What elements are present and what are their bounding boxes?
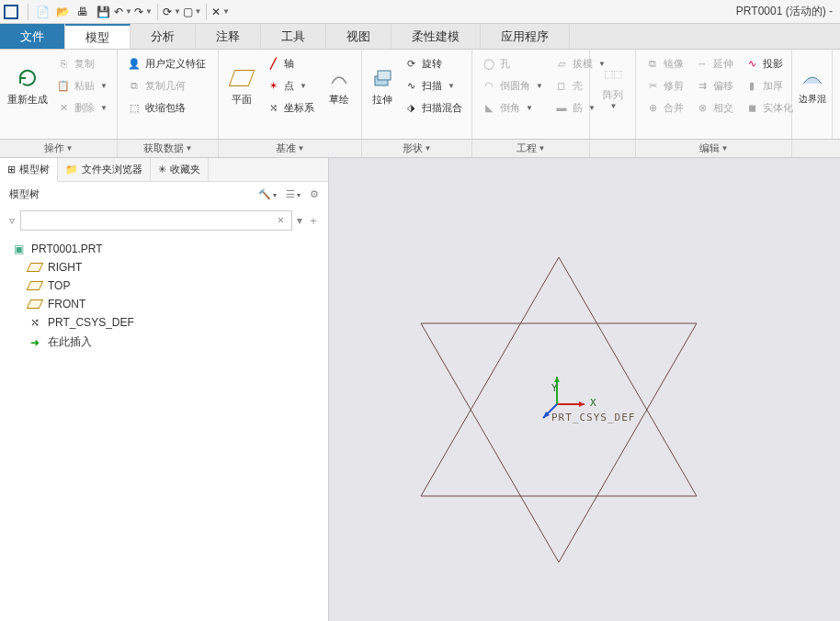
- udf-button[interactable]: 👤用户定义特征: [123, 53, 210, 73]
- group-labels: 操作▼ 获取数据▼ 基准▼ 形状▼ 工程▼ 编辑▼: [0, 140, 840, 158]
- close-icon[interactable]: ✕▼: [211, 3, 230, 21]
- plane-icon: [229, 65, 255, 91]
- x-axis-label: X: [590, 397, 597, 409]
- tree-top[interactable]: TOP: [9, 277, 319, 295]
- main-area: ⊞模型树 📁文件夹浏览器 ✳收藏夹 模型树 🔨▾ ☰▾ ⚙ ▿ × ▾ ＋ ▣P…: [0, 158, 840, 621]
- tab-apps[interactable]: 应用程序: [481, 24, 570, 49]
- tree-right[interactable]: RIGHT: [9, 258, 319, 277]
- tool-settings-icon[interactable]: ⚙: [310, 188, 319, 200]
- print-icon[interactable]: 🖶: [74, 3, 92, 21]
- trim-button[interactable]: ✂修剪: [641, 75, 687, 96]
- gf-getdata[interactable]: 获取数据▼: [118, 140, 219, 157]
- trim-icon: ✂: [645, 78, 660, 93]
- copygeo-icon: ⧉: [127, 78, 142, 93]
- offset-button[interactable]: ⇉偏移: [691, 75, 737, 96]
- merge-button[interactable]: ⊕合并: [641, 97, 687, 118]
- csys-button[interactable]: ⤭坐标系: [262, 97, 318, 118]
- extend-icon: ↔: [695, 56, 709, 71]
- extend-button[interactable]: ↔延伸: [691, 53, 737, 73]
- tab-tools[interactable]: 工具: [261, 24, 326, 49]
- gf-eng[interactable]: 工程▼: [472, 140, 590, 157]
- pattern-button[interactable]: ⬚⬚ 阵列 ▼: [596, 53, 630, 118]
- gf-datum[interactable]: 基准▼: [219, 140, 362, 157]
- round-button[interactable]: ◠倒圆角▼: [478, 75, 547, 96]
- copy-button[interactable]: ⎘复制: [52, 53, 111, 73]
- tree-root[interactable]: ▣PRT0001.PRT: [9, 240, 319, 258]
- tree-csys[interactable]: ⤭PRT_CSYS_DEF: [9, 313, 319, 332]
- mirror-button[interactable]: ⧉镜像: [641, 53, 687, 73]
- gf-edit[interactable]: 编辑▼: [636, 140, 792, 157]
- undo-icon[interactable]: ↶▼: [114, 3, 132, 21]
- thicken-button[interactable]: ▮加厚: [741, 75, 797, 96]
- axis-button[interactable]: ╱轴: [262, 53, 318, 73]
- tool-show-icon[interactable]: ☰▾: [286, 188, 301, 200]
- extrude-button[interactable]: 拉伸: [368, 53, 396, 118]
- search-dd-icon[interactable]: ▾: [297, 214, 302, 227]
- revolve-icon: ⟳: [403, 56, 418, 71]
- blend-button[interactable]: ⬗扫描混合: [400, 97, 466, 118]
- merge-icon: ⊕: [645, 100, 660, 115]
- axis-icon: ╱: [266, 56, 280, 71]
- solidify-button[interactable]: ◼实体化: [741, 97, 797, 118]
- add-icon[interactable]: ＋: [308, 213, 319, 229]
- tab-model[interactable]: 模型: [65, 24, 131, 49]
- chamfer-button[interactable]: ◣倒角▼: [478, 97, 547, 118]
- ribbon: 重新生成 ⎘复制 📋粘贴▼ ✕删除▼ 👤用户定义特征 ⧉复制几何 ⬚收缩包络 平…: [0, 50, 840, 140]
- tab-view[interactable]: 视图: [326, 24, 392, 49]
- solidify-icon: ◼: [744, 100, 759, 115]
- tab-file[interactable]: 文件: [0, 24, 65, 49]
- tab-annotate[interactable]: 注释: [196, 24, 261, 49]
- gf-ops[interactable]: 操作▼: [0, 140, 118, 157]
- plane-icon: [28, 261, 42, 274]
- offset-icon: ⇉: [695, 78, 709, 93]
- tab-folder[interactable]: 📁文件夹浏览器: [58, 158, 151, 181]
- svg-marker-2: [421, 257, 697, 496]
- save-icon[interactable]: 💾: [94, 3, 112, 21]
- blend-icon: ⬗: [403, 100, 418, 115]
- group-datum: 平面 ╱轴 ✶点▼ ⤭坐标系 草绘: [219, 50, 362, 139]
- clear-icon[interactable]: ×: [278, 214, 284, 227]
- regen-button[interactable]: 重新生成: [6, 53, 49, 118]
- boundary-button[interactable]: 边界混: [798, 53, 826, 118]
- sidebar-tabs: ⊞模型树 📁文件夹浏览器 ✳收藏夹: [0, 158, 328, 182]
- shrink-button[interactable]: ⬚收缩包络: [123, 97, 210, 118]
- rib-icon: ▬: [554, 100, 569, 115]
- tab-modeltree[interactable]: ⊞模型树: [0, 158, 58, 182]
- tool-hammer-icon[interactable]: 🔨▾: [258, 188, 277, 200]
- hole-icon: ◯: [482, 56, 496, 71]
- group-edit: ⧉镜像 ✂修剪 ⊕合并 ↔延伸 ⇉偏移 ⊗相交 ∿投影 ▮加厚 ◼实体化: [636, 50, 792, 139]
- tree-insert[interactable]: ➜在此插入: [9, 332, 319, 353]
- tree-front[interactable]: FRONT: [9, 295, 319, 313]
- graphics-canvas[interactable]: Y X PRT_CSYS_DEF: [329, 158, 840, 621]
- regen-icon: [15, 65, 40, 91]
- revolve-button[interactable]: ⟳旋转: [400, 53, 466, 73]
- folder-icon: 📁: [65, 164, 78, 175]
- sketch-geometry: [329, 158, 840, 621]
- hole-button[interactable]: ◯孔: [478, 53, 547, 73]
- intersect-button[interactable]: ⊗相交: [691, 97, 737, 118]
- udf-icon: 👤: [127, 56, 142, 71]
- search-input[interactable]: [20, 210, 292, 231]
- new-icon[interactable]: 📄: [33, 3, 51, 21]
- tab-flex[interactable]: 柔性建模: [392, 24, 481, 49]
- project-button[interactable]: ∿投影: [741, 53, 797, 73]
- plane-button[interactable]: 平面: [224, 53, 258, 118]
- round-icon: ◠: [482, 78, 496, 93]
- tab-fav[interactable]: ✳收藏夹: [151, 158, 209, 181]
- delete-button[interactable]: ✕删除▼: [52, 97, 111, 118]
- sweep-button[interactable]: ∿扫描▼: [400, 75, 466, 96]
- draft-icon: ▱: [554, 56, 569, 71]
- regen-icon[interactable]: ⟳▼: [163, 3, 181, 21]
- y-axis-label: Y: [551, 382, 559, 394]
- sketch-button[interactable]: 草绘: [322, 53, 356, 118]
- filter-icon[interactable]: ▿: [9, 214, 15, 227]
- copygeo-button[interactable]: ⧉复制几何: [123, 75, 210, 96]
- plane-icon: [28, 279, 42, 292]
- window-icon[interactable]: ▢▼: [183, 3, 201, 21]
- gf-shape[interactable]: 形状▼: [362, 140, 472, 157]
- tab-analysis[interactable]: 分析: [131, 24, 196, 49]
- point-button[interactable]: ✶点▼: [262, 75, 318, 96]
- paste-button[interactable]: 📋粘贴▼: [52, 75, 111, 96]
- open-icon[interactable]: 📂: [53, 3, 72, 21]
- redo-icon[interactable]: ↷▼: [134, 3, 153, 21]
